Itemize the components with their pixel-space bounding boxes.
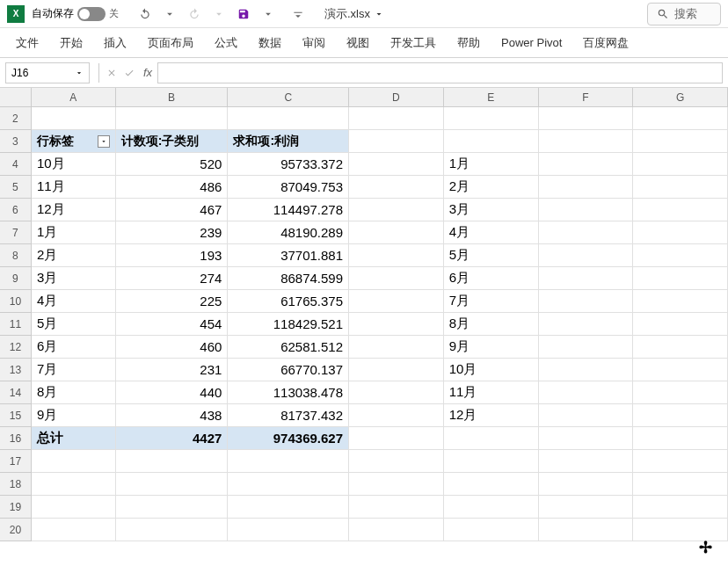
cell[interactable] bbox=[228, 473, 349, 496]
cell[interactable]: 12月 bbox=[32, 199, 116, 221]
cell[interactable]: 1月 bbox=[444, 153, 539, 176]
col-header-e[interactable]: E bbox=[444, 88, 539, 107]
col-header-d[interactable]: D bbox=[349, 88, 444, 107]
cell[interactable] bbox=[444, 450, 539, 473]
cell[interactable]: 11月 bbox=[32, 176, 116, 199]
cell[interactable] bbox=[116, 496, 229, 519]
cell[interactable]: 61765.375 bbox=[228, 290, 349, 313]
pivot-total-label[interactable]: 总计 bbox=[32, 427, 116, 450]
accept-formula-button[interactable] bbox=[120, 64, 138, 82]
tab-help[interactable]: 帮助 bbox=[455, 30, 482, 56]
col-header-b[interactable]: B bbox=[116, 88, 229, 107]
cell[interactable]: 10月 bbox=[32, 153, 116, 176]
row-header[interactable]: 20 bbox=[0, 519, 32, 541]
pivot-header-count[interactable]: 计数项:子类别 bbox=[116, 130, 229, 153]
cell[interactable] bbox=[349, 496, 444, 519]
cell[interactable] bbox=[633, 107, 728, 130]
cell[interactable] bbox=[633, 221, 728, 244]
cell[interactable] bbox=[349, 290, 444, 313]
cell[interactable] bbox=[116, 473, 229, 496]
fx-label[interactable]: fx bbox=[143, 66, 152, 79]
cell[interactable] bbox=[349, 427, 444, 450]
cell[interactable] bbox=[116, 519, 229, 541]
cell[interactable]: 10月 bbox=[444, 359, 539, 381]
cell[interactable] bbox=[539, 107, 634, 130]
cell[interactable]: 440 bbox=[116, 381, 229, 404]
cell[interactable]: 11月 bbox=[444, 381, 539, 404]
cell[interactable] bbox=[539, 290, 634, 313]
cell[interactable]: 460 bbox=[116, 336, 229, 359]
cell[interactable]: 95733.372 bbox=[228, 153, 349, 176]
cell[interactable]: 87049.753 bbox=[228, 176, 349, 199]
row-header[interactable]: 13 bbox=[0, 359, 32, 381]
cell[interactable]: 66770.137 bbox=[228, 359, 349, 381]
cell[interactable] bbox=[349, 336, 444, 359]
cell[interactable]: 8月 bbox=[444, 313, 539, 336]
cell[interactable] bbox=[539, 496, 634, 519]
cell[interactable] bbox=[633, 381, 728, 404]
pivot-header-rowlabels[interactable]: 行标签 bbox=[32, 130, 116, 153]
cell[interactable] bbox=[539, 221, 634, 244]
cell[interactable] bbox=[32, 496, 116, 519]
cell[interactable] bbox=[444, 519, 539, 541]
row-header[interactable]: 15 bbox=[0, 404, 32, 427]
cell[interactable] bbox=[349, 381, 444, 404]
row-header[interactable]: 7 bbox=[0, 221, 32, 244]
cell[interactable] bbox=[349, 153, 444, 176]
cell[interactable] bbox=[539, 381, 634, 404]
cell[interactable] bbox=[633, 450, 728, 473]
chevron-down-icon[interactable] bbox=[159, 4, 180, 25]
tab-home[interactable]: 开始 bbox=[58, 30, 84, 56]
cell[interactable] bbox=[349, 107, 444, 130]
col-header-c[interactable]: C bbox=[228, 88, 349, 107]
cell[interactable] bbox=[633, 404, 728, 427]
row-header[interactable]: 4 bbox=[0, 153, 32, 176]
cell[interactable] bbox=[633, 267, 728, 290]
row-header[interactable]: 11 bbox=[0, 313, 32, 336]
name-box[interactable]: J16 bbox=[5, 62, 90, 83]
cell[interactable] bbox=[633, 290, 728, 313]
cell[interactable] bbox=[32, 107, 116, 130]
cell[interactable] bbox=[633, 176, 728, 199]
cell[interactable] bbox=[633, 473, 728, 496]
row-header[interactable]: 14 bbox=[0, 381, 32, 404]
cell[interactable]: 81737.432 bbox=[228, 404, 349, 427]
cell[interactable]: 37701.881 bbox=[228, 244, 349, 267]
undo-button[interactable] bbox=[135, 4, 156, 25]
cell[interactable] bbox=[228, 107, 349, 130]
customize-qat-button[interactable] bbox=[288, 4, 309, 25]
cell[interactable] bbox=[633, 427, 728, 450]
file-name[interactable]: 演示.xlsx bbox=[324, 6, 384, 22]
select-all-corner[interactable] bbox=[0, 88, 32, 107]
cell[interactable]: 5月 bbox=[444, 244, 539, 267]
pivot-total-count[interactable]: 4427 bbox=[116, 427, 229, 450]
cell[interactable]: 467 bbox=[116, 199, 229, 221]
tab-devtools[interactable]: 开发工具 bbox=[389, 30, 438, 56]
tab-file[interactable]: 文件 bbox=[14, 30, 40, 56]
cell[interactable] bbox=[444, 473, 539, 496]
cell[interactable]: 12月 bbox=[444, 404, 539, 427]
cell[interactable] bbox=[539, 427, 634, 450]
cell[interactable] bbox=[349, 176, 444, 199]
cell[interactable]: 225 bbox=[116, 290, 229, 313]
cell[interactable] bbox=[539, 153, 634, 176]
cell[interactable] bbox=[444, 496, 539, 519]
cell[interactable]: 118429.521 bbox=[228, 313, 349, 336]
cell[interactable]: 231 bbox=[116, 359, 229, 381]
cell[interactable]: 4月 bbox=[32, 290, 116, 313]
row-header[interactable]: 19 bbox=[0, 496, 32, 519]
cell[interactable] bbox=[539, 404, 634, 427]
cell[interactable]: 4月 bbox=[444, 221, 539, 244]
cell[interactable]: 7月 bbox=[32, 359, 116, 381]
cell[interactable]: 454 bbox=[116, 313, 229, 336]
tab-formulas[interactable]: 公式 bbox=[213, 30, 239, 56]
cell[interactable] bbox=[444, 130, 539, 153]
filter-dropdown-button[interactable] bbox=[98, 135, 110, 148]
pivot-total-sum[interactable]: 974369.627 bbox=[228, 427, 349, 450]
cell[interactable] bbox=[349, 130, 444, 153]
cell[interactable] bbox=[32, 519, 116, 541]
cell[interactable]: 274 bbox=[116, 267, 229, 290]
col-header-g[interactable]: G bbox=[633, 88, 728, 107]
col-header-f[interactable]: F bbox=[539, 88, 634, 107]
cell[interactable]: 7月 bbox=[444, 290, 539, 313]
